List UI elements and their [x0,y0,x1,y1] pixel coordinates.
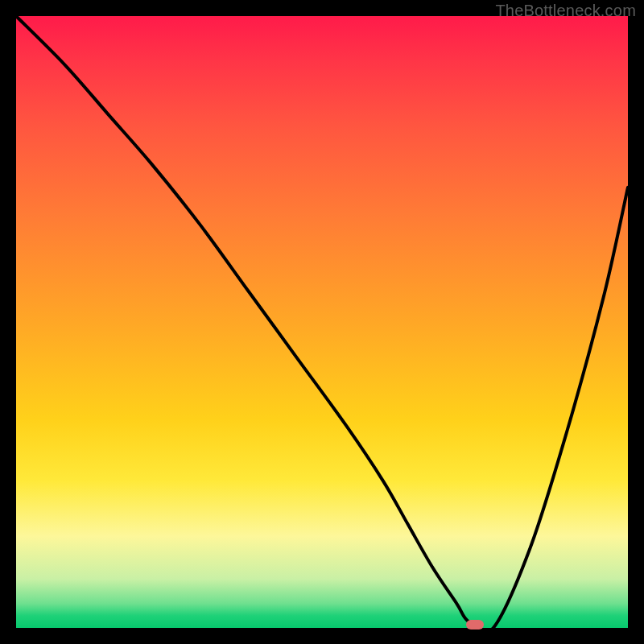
chart-stage: TheBottleneck.com [0,0,644,644]
optimal-marker [466,620,484,630]
watermark-text: TheBottleneck.com [495,2,636,20]
bottleneck-curve [16,16,628,628]
